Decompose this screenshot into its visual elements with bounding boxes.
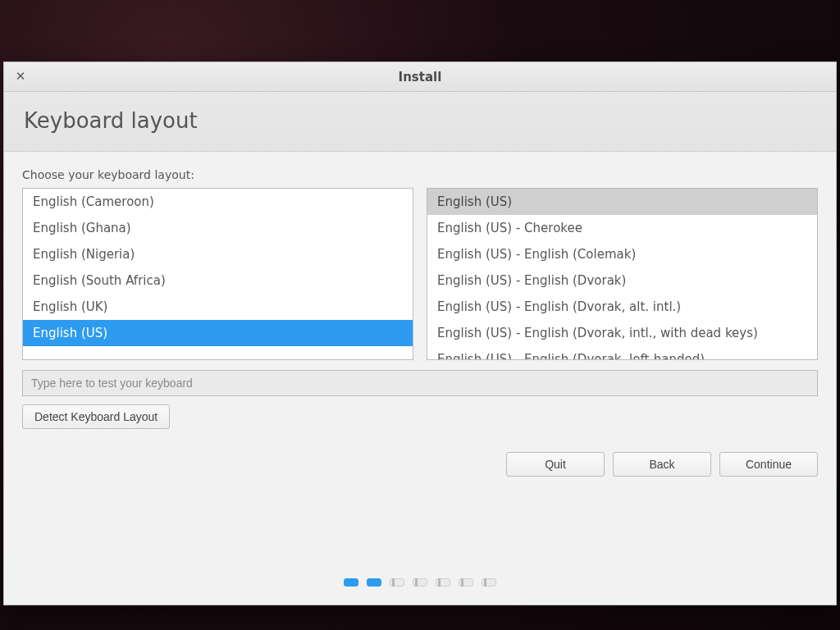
list-item[interactable]: English (UK) — [23, 294, 413, 320]
list-item[interactable]: English (US) — [23, 320, 413, 346]
close-icon[interactable]: ✕ — [12, 69, 29, 85]
list-item[interactable]: English (US) - English (Dvorak, left-han… — [427, 346, 817, 360]
list-item[interactable]: English (US) - English (Dvorak, alt. int… — [427, 294, 817, 320]
list-item[interactable]: English (US) - English (Dvorak, intl., w… — [427, 320, 817, 346]
layout-lists: English (Cameroon)English (Ghana)English… — [22, 188, 818, 360]
prompt-label: Choose your keyboard layout: — [22, 168, 818, 181]
keyboard-test-input[interactable] — [22, 370, 818, 396]
list-item[interactable]: English (US) - English (Dvorak) — [427, 267, 817, 294]
content-area: Choose your keyboard layout: English (Ca… — [4, 152, 836, 605]
progress-dot — [390, 578, 404, 587]
detect-keyboard-button[interactable]: Detect Keyboard Layout — [22, 404, 170, 429]
variant-listbox[interactable]: English (US)English (US) - CherokeeEngli… — [427, 188, 818, 360]
progress-dot — [413, 578, 427, 587]
titlebar: ✕ Install — [4, 62, 836, 92]
list-item[interactable]: English (Cameroon) — [23, 189, 413, 215]
page-header: Keyboard layout — [4, 92, 836, 152]
nav-row: Quit Back Continue — [22, 452, 818, 477]
progress-dot — [367, 578, 381, 587]
detect-row: Detect Keyboard Layout — [22, 404, 818, 429]
layout-listbox[interactable]: English (Cameroon)English (Ghana)English… — [22, 188, 413, 360]
progress-dots — [4, 578, 836, 587]
list-item[interactable]: English (Nigeria) — [23, 241, 413, 267]
progress-dot — [459, 578, 473, 587]
list-item[interactable]: English (US) - English (Colemak) — [427, 241, 817, 267]
page-title: Keyboard layout — [24, 108, 816, 133]
window-title: Install — [4, 70, 836, 84]
installer-window: ✕ Install Keyboard layout Choose your ke… — [3, 62, 837, 605]
list-item[interactable]: English (South Africa) — [23, 267, 413, 294]
list-item[interactable]: English (US) - Cherokee — [427, 215, 817, 241]
continue-button[interactable]: Continue — [719, 452, 818, 477]
quit-button[interactable]: Quit — [506, 452, 605, 477]
back-button[interactable]: Back — [613, 452, 711, 477]
progress-dot — [344, 578, 358, 587]
list-item[interactable]: English (US) — [427, 189, 817, 215]
list-item[interactable]: English (Ghana) — [23, 215, 413, 241]
progress-dot — [436, 578, 450, 587]
progress-dot — [482, 578, 496, 587]
desktop-background: ✕ Install Keyboard layout Choose your ke… — [0, 0, 840, 630]
